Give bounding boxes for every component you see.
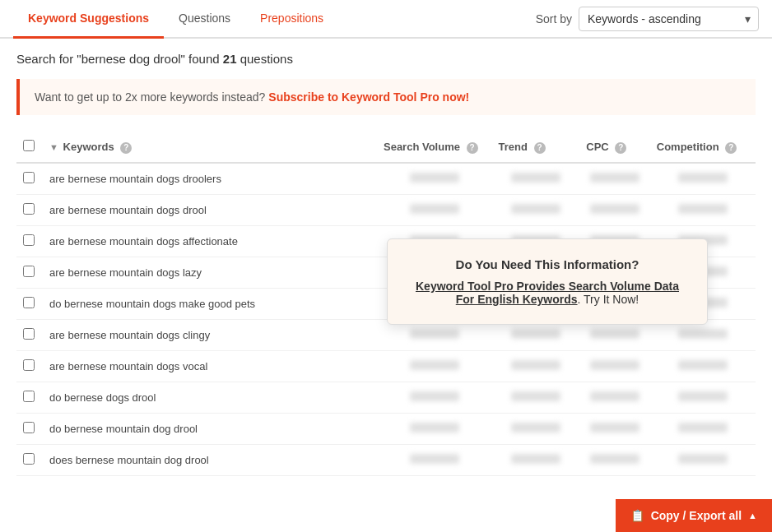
row-checkbox-cell [16, 445, 43, 476]
table-row: do bernese dogs drool00,00000,00000,0000… [16, 382, 756, 414]
row-sv: 00,000 [377, 320, 492, 351]
cpc-help-icon[interactable]: ? [615, 142, 626, 154]
row-trend: 00,000 [491, 163, 579, 195]
select-all-checkbox[interactable] [23, 140, 35, 151]
row-keyword: does bernese mountain dog drool [43, 445, 377, 476]
table-row: are bernese mountain dogs lazy00,00000,0… [16, 257, 756, 289]
header-sv-label: Search Volume [384, 141, 460, 153]
table-row: are bernese mountain dogs affectionate00… [16, 226, 756, 257]
row-keyword: are bernese mountain dogs drool [43, 195, 377, 226]
header-trend: Trend ? [491, 132, 579, 163]
row-sv: 00,000 [377, 226, 492, 257]
row-cpc: 00,000 [579, 289, 649, 320]
row-cpc: 00,000 [579, 163, 649, 195]
row-checkbox[interactable] [23, 234, 35, 246]
row-keyword: are bernese mountain dogs lazy [43, 257, 377, 289]
row-sv: 00,000 [377, 445, 492, 476]
table-row: do bernese mountain dog drool00,00000,00… [16, 414, 756, 445]
row-sv: 00,000 [377, 414, 492, 445]
header-competition: Competition ? [650, 132, 756, 163]
header-comp-label: Competition [657, 141, 719, 153]
table-row: do bernese mountain dogs make good pets0… [16, 289, 756, 320]
row-sv: 00,000 [377, 163, 492, 195]
row-cpc: 00,000 [579, 195, 649, 226]
row-cpc: 00,000 [579, 382, 649, 414]
header-trend-label: Trend [498, 141, 527, 153]
row-checkbox[interactable] [23, 297, 35, 308]
row-keyword: are bernese mountain dogs droolers [43, 163, 377, 195]
row-checkbox-cell [16, 382, 43, 414]
row-trend: 00,000 [491, 382, 579, 414]
sv-help-icon[interactable]: ? [467, 142, 478, 154]
row-checkbox[interactable] [23, 203, 35, 215]
row-sv: 00,000 [377, 351, 492, 382]
row-checkbox[interactable] [23, 359, 35, 371]
row-trend: 00,000 [491, 320, 579, 351]
row-checkbox-cell [16, 351, 43, 382]
row-keyword: do bernese mountain dogs make good pets [43, 289, 377, 320]
row-sv: 00,000 [377, 257, 492, 289]
sort-area: Sort by Keywords - ascending Keywords - … [536, 7, 759, 31]
sort-arrow-icon: ▼ [49, 142, 58, 152]
row-trend: 00,000 [491, 226, 579, 257]
row-checkbox[interactable] [23, 422, 35, 433]
banner-text: Want to get up to 2x more keywords inste… [35, 90, 265, 104]
row-cpc: 00,000 [579, 445, 649, 476]
row-comp: 00,000 [650, 257, 756, 289]
row-keyword: do bernese mountain dog drool [43, 414, 377, 445]
row-trend: 00,000 [491, 445, 579, 476]
tab-keyword-suggestions[interactable]: Keyword Suggestions [13, 0, 164, 39]
promo-banner: Want to get up to 2x more keywords inste… [16, 79, 756, 115]
row-checkbox[interactable] [23, 453, 35, 465]
row-checkbox-cell [16, 163, 43, 195]
row-cpc: 00,000 [579, 414, 649, 445]
tab-prepositions[interactable]: Prepositions [245, 0, 338, 39]
row-comp: 00,000 [650, 195, 756, 226]
sort-select[interactable]: Keywords - ascending Keywords - descendi… [579, 7, 759, 31]
row-checkbox-cell [16, 257, 43, 289]
row-checkbox[interactable] [23, 328, 35, 340]
row-comp: 00,000 [650, 226, 756, 257]
row-trend: 00,000 [491, 414, 579, 445]
header-cpc: CPC ? [579, 132, 649, 163]
row-trend: 00,000 [491, 195, 579, 226]
banner-link[interactable]: Subscribe to Keyword Tool Pro now! [268, 90, 469, 104]
row-comp: 00,000 [650, 382, 756, 414]
row-comp: 00,000 [650, 414, 756, 445]
row-comp: 00,000 [650, 320, 756, 351]
keywords-help-icon[interactable]: ? [120, 142, 132, 154]
trend-help-icon[interactable]: ? [534, 142, 546, 154]
keywords-table: ▼ Keywords ? Search Volume ? Trend ? CPC… [16, 132, 756, 476]
row-checkbox[interactable] [23, 266, 35, 277]
row-checkbox-cell [16, 226, 43, 257]
row-cpc: 00,000 [579, 226, 649, 257]
row-checkbox-cell [16, 320, 43, 351]
search-summary-suffix: questions [237, 52, 293, 66]
row-checkbox-cell [16, 414, 43, 445]
row-checkbox-cell [16, 289, 43, 320]
row-comp: 00,000 [650, 351, 756, 382]
table-row: are bernese mountain dogs drool00,00000,… [16, 195, 756, 226]
row-sv: 00,000 [377, 289, 492, 320]
header-checkbox-col [16, 132, 43, 163]
row-trend: 00,000 [491, 351, 579, 382]
table-row: are bernese mountain dogs vocal00,00000,… [16, 351, 756, 382]
row-sv: 00,000 [377, 382, 492, 414]
comp-help-icon[interactable]: ? [725, 142, 737, 154]
header-keywords: ▼ Keywords ? [43, 132, 377, 163]
row-cpc: 00,000 [579, 320, 649, 351]
header-keywords-label: Keywords [63, 141, 114, 153]
table-row: are bernese mountain dogs droolers00,000… [16, 163, 756, 195]
row-checkbox[interactable] [23, 391, 35, 402]
row-cpc: 00,000 [579, 257, 649, 289]
header-cpc-label: CPC [586, 141, 608, 153]
row-cpc: 00,000 [579, 351, 649, 382]
sort-label: Sort by [536, 12, 572, 25]
tab-questions[interactable]: Questions [164, 0, 245, 39]
row-checkbox[interactable] [23, 172, 35, 183]
table-row: are bernese mountain dogs clingy00,00000… [16, 320, 756, 351]
row-comp: 00,000 [650, 445, 756, 476]
row-comp: 00,000 [650, 289, 756, 320]
table-row: does bernese mountain dog drool00,00000,… [16, 445, 756, 476]
row-keyword: are bernese mountain dogs clingy [43, 320, 377, 351]
